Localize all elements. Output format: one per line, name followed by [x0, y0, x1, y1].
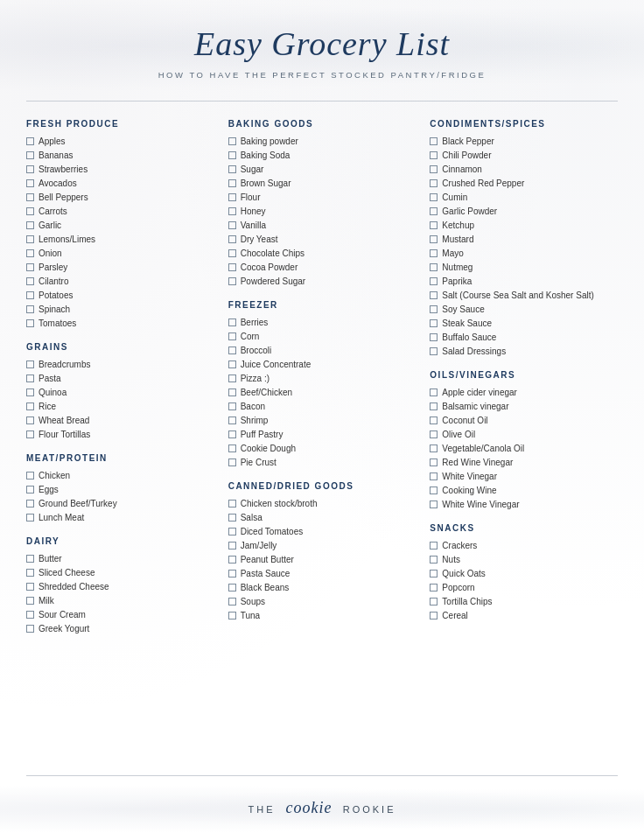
list-item[interactable]: Pizza :) — [228, 373, 416, 385]
list-item[interactable]: Quinoa — [26, 387, 214, 399]
list-item[interactable]: Peanut Butter — [228, 554, 416, 566]
checkbox[interactable] — [430, 221, 438, 229]
list-item[interactable]: Garlic Powder — [430, 206, 618, 218]
checkbox[interactable] — [26, 416, 34, 424]
list-item[interactable]: Black Beans — [228, 582, 416, 594]
checkbox[interactable] — [228, 430, 236, 438]
checkbox[interactable] — [26, 179, 34, 187]
list-item[interactable]: Honey — [228, 206, 416, 218]
list-item[interactable]: Wheat Bread — [26, 415, 214, 427]
checkbox[interactable] — [430, 193, 438, 201]
list-item[interactable]: Salsa — [228, 512, 416, 524]
checkbox[interactable] — [228, 318, 236, 326]
checkbox[interactable] — [430, 472, 438, 480]
checkbox[interactable] — [26, 583, 34, 591]
list-item[interactable]: Onion — [26, 248, 214, 260]
list-item[interactable]: Potatoes — [26, 290, 214, 302]
checkbox[interactable] — [26, 207, 34, 215]
checkbox[interactable] — [228, 360, 236, 368]
checkbox[interactable] — [228, 402, 236, 410]
list-item[interactable]: Flour Tortillas — [26, 429, 214, 441]
list-item[interactable]: Sour Cream — [26, 609, 214, 621]
list-item[interactable]: Popcorn — [430, 582, 618, 594]
list-item[interactable]: Cinnamon — [430, 164, 618, 176]
list-item[interactable]: Tomatoes — [26, 318, 214, 330]
checkbox[interactable] — [228, 444, 236, 452]
list-item[interactable]: Ground Beef/Turkey — [26, 498, 214, 510]
checkbox[interactable] — [228, 542, 236, 550]
checkbox[interactable] — [26, 277, 34, 285]
list-item[interactable]: Milk — [26, 595, 214, 607]
list-item[interactable]: Lemons/Limes — [26, 234, 214, 246]
checkbox[interactable] — [26, 305, 34, 313]
list-item[interactable]: Salad Dressings — [430, 346, 618, 358]
checkbox[interactable] — [228, 151, 236, 159]
list-item[interactable]: Soy Sauce — [430, 304, 618, 316]
checkbox[interactable] — [430, 416, 438, 424]
list-item[interactable]: Balsamic vinegar — [430, 401, 618, 413]
checkbox[interactable] — [26, 360, 34, 368]
list-item[interactable]: Powdered Sugar — [228, 276, 416, 288]
checkbox[interactable] — [26, 193, 34, 201]
checkbox[interactable] — [430, 249, 438, 257]
checkbox[interactable] — [430, 542, 438, 550]
list-item[interactable]: Sugar — [228, 164, 416, 176]
checkbox[interactable] — [430, 151, 438, 159]
list-item[interactable]: Dry Yeast — [228, 234, 416, 246]
checkbox[interactable] — [430, 277, 438, 285]
list-item[interactable]: Cumin — [430, 192, 618, 204]
checkbox[interactable] — [26, 165, 34, 173]
checkbox[interactable] — [26, 625, 34, 633]
checkbox[interactable] — [430, 570, 438, 578]
list-item[interactable]: Pasta Sauce — [228, 568, 416, 580]
checkbox[interactable] — [228, 263, 236, 271]
list-item[interactable]: Vegetable/Canola Oil — [430, 443, 618, 455]
list-item[interactable]: Bananas — [26, 150, 214, 162]
list-item[interactable]: Beef/Chicken — [228, 387, 416, 399]
checkbox[interactable] — [430, 305, 438, 313]
list-item[interactable]: Buffalo Sauce — [430, 332, 618, 344]
list-item[interactable]: Carrots — [26, 206, 214, 218]
checkbox[interactable] — [430, 179, 438, 187]
checkbox[interactable] — [430, 500, 438, 508]
checkbox[interactable] — [228, 416, 236, 424]
list-item[interactable]: Shrimp — [228, 415, 416, 427]
list-item[interactable]: Avocados — [26, 178, 214, 190]
checkbox[interactable] — [26, 263, 34, 271]
list-item[interactable]: Brown Sugar — [228, 178, 416, 190]
list-item[interactable]: Corn — [228, 331, 416, 343]
checkbox[interactable] — [430, 207, 438, 215]
checkbox[interactable] — [430, 388, 438, 396]
checkbox[interactable] — [26, 430, 34, 438]
list-item[interactable]: Diced Tomatoes — [228, 526, 416, 538]
checkbox[interactable] — [430, 612, 438, 620]
list-item[interactable]: Spinach — [26, 304, 214, 316]
list-item[interactable]: Chocolate Chips — [228, 248, 416, 260]
checkbox[interactable] — [26, 374, 34, 382]
list-item[interactable]: Chili Powder — [430, 150, 618, 162]
list-item[interactable]: White Vinegar — [430, 471, 618, 483]
list-item[interactable]: Mayo — [430, 248, 618, 260]
list-item[interactable]: Cookie Dough — [228, 443, 416, 455]
list-item[interactable]: Berries — [228, 317, 416, 329]
checkbox[interactable] — [228, 346, 236, 354]
checkbox[interactable] — [26, 472, 34, 480]
checkbox[interactable] — [228, 235, 236, 243]
checkbox[interactable] — [228, 207, 236, 215]
list-item[interactable]: Apple cider vinegar — [430, 387, 618, 399]
checkbox[interactable] — [430, 347, 438, 355]
checkbox[interactable] — [430, 165, 438, 173]
list-item[interactable]: Baking Soda — [228, 150, 416, 162]
checkbox[interactable] — [26, 137, 34, 145]
checkbox[interactable] — [430, 584, 438, 592]
list-item[interactable]: Bell Peppers — [26, 192, 214, 204]
checkbox[interactable] — [430, 402, 438, 410]
list-item[interactable]: Tuna — [228, 610, 416, 622]
checkbox[interactable] — [26, 388, 34, 396]
checkbox[interactable] — [26, 569, 34, 577]
list-item[interactable]: Garlic — [26, 220, 214, 232]
list-item[interactable]: Tortilla Chips — [430, 596, 618, 608]
list-item[interactable]: Cocoa Powder — [228, 262, 416, 274]
checkbox[interactable] — [430, 598, 438, 606]
checkbox[interactable] — [26, 249, 34, 257]
